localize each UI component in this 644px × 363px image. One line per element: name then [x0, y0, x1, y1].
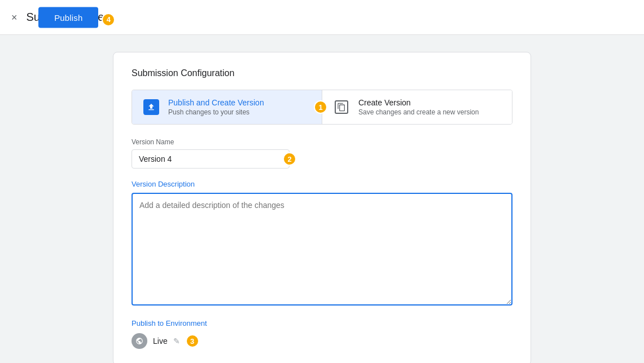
submission-card: Submission Configuration Publish and Cre…: [113, 52, 531, 363]
publish-environment-section: Publish to Environment Live ✎ 3: [132, 319, 512, 349]
tab-publish-create[interactable]: Publish and Create Version Push changes …: [132, 90, 322, 124]
close-button[interactable]: ×: [11, 12, 17, 23]
tab-create-version[interactable]: Create Version Save changes and create a…: [322, 90, 512, 124]
publish-environment-label: Publish to Environment: [132, 319, 512, 327]
main-content: Submission Configuration Publish and Cre…: [0, 35, 644, 363]
version-name-label: Version Name: [132, 138, 512, 146]
environment-name: Live: [153, 337, 168, 346]
option-tabs: Publish and Create Version Push changes …: [132, 90, 512, 125]
tab-publish-create-desc: Push changes to your sites: [168, 108, 264, 116]
tab-create-version-label: Create Version: [358, 98, 479, 107]
version-description-group: Version Description: [132, 180, 512, 308]
publish-button[interactable]: Publish: [38, 7, 98, 28]
version-description-input[interactable]: [132, 193, 512, 306]
environment-icon: [132, 333, 147, 349]
version-name-badge: 2: [283, 152, 296, 166]
publish-upload-icon: [142, 98, 160, 116]
tab-create-version-desc: Save changes and create a new version: [358, 108, 479, 116]
version-name-group: Version Name 2: [132, 138, 512, 169]
card-title: Submission Configuration: [132, 68, 512, 78]
copy-icon: [332, 98, 351, 116]
tab-publish-badge: 1: [314, 100, 327, 114]
environment-row: Live ✎ 3: [132, 333, 512, 349]
environment-edit-icon[interactable]: ✎: [173, 337, 180, 346]
environment-badge: 3: [186, 334, 199, 348]
version-description-label: Version Description: [132, 180, 512, 188]
version-name-input[interactable]: [132, 149, 290, 169]
publish-badge: 4: [102, 13, 115, 26]
header: × Submit Changes Publish 4: [0, 0, 644, 35]
tab-publish-create-label: Publish and Create Version: [168, 98, 264, 107]
